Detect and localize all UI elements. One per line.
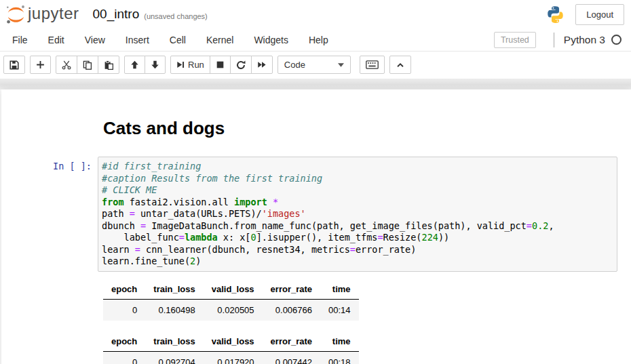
notebook-title[interactable]: 00_intro — [93, 7, 140, 22]
code-line: #caption Results from the first training — [102, 173, 613, 185]
jupyter-logo[interactable]: jupyter — [5, 4, 79, 25]
paste-cell-button[interactable] — [98, 56, 119, 74]
cut-cell-button[interactable] — [56, 56, 77, 74]
interrupt-kernel-icon — [216, 60, 225, 69]
logout-button[interactable]: Logout — [575, 4, 624, 25]
table-header: epoch — [103, 280, 145, 300]
code-editor[interactable]: #id first_training#caption Results from … — [98, 157, 617, 272]
code-line: learn.fine_tune(2) — [102, 256, 613, 268]
menu-item-insert[interactable]: Insert — [115, 30, 159, 50]
kernel-idle-circle-icon — [611, 35, 622, 45]
save-status-text: (unsaved changes) — [144, 9, 208, 20]
cell-output-area: epochtrain_lossvalid_losserror_ratetime0… — [1, 280, 631, 364]
menubar-right: Trusted Python 3 — [494, 32, 622, 48]
code-line: learn = cnn_learner(dbunch, resnet34, me… — [102, 244, 613, 256]
menubar: FileEditViewInsertCellKernelWidgetsHelp … — [0, 28, 631, 52]
output-content: epochtrain_lossvalid_losserror_ratetime0… — [98, 280, 359, 364]
header-shadow-band — [0, 79, 631, 89]
menu-items: FileEditViewInsertCellKernelWidgetsHelp — [2, 30, 339, 50]
code-cell[interactable]: In [ ]: #id first_training#caption Resul… — [1, 157, 631, 272]
menu-item-cell[interactable]: Cell — [159, 30, 196, 50]
move-cell-up-icon — [130, 60, 139, 69]
table-header: time — [320, 332, 359, 352]
table-header: epoch — [103, 332, 145, 352]
markdown-heading: Cats and dogs — [103, 118, 617, 139]
interrupt-kernel-button[interactable] — [210, 56, 231, 74]
python-logo-icon — [546, 5, 565, 24]
table-cell: 0.020505 — [204, 299, 263, 321]
copy-cell-icon — [83, 60, 92, 70]
table-header: valid_loss — [204, 332, 263, 352]
run-cell-button[interactable]: Run — [170, 56, 210, 74]
cut-cell-icon — [62, 60, 71, 70]
table-row: 00.1604980.0205050.00676600:14 — [103, 299, 359, 321]
copy-cell-button[interactable] — [77, 56, 98, 74]
notebook-header: jupyter 00_intro (unsaved changes) Logou… — [0, 0, 631, 28]
menu-item-widgets[interactable]: Widgets — [244, 30, 299, 50]
training-results-table: epochtrain_lossvalid_losserror_ratetime0… — [103, 280, 359, 321]
table-cell: 0.017920 — [204, 351, 263, 364]
code-line: from fastai2.vision.all import * — [102, 197, 613, 209]
table-cell: 00:18 — [320, 351, 359, 364]
add-cell-icon — [36, 60, 45, 69]
input-prompt: In [ ]: — [1, 157, 98, 272]
restart-run-all-button[interactable] — [251, 56, 273, 74]
step-forward-icon — [176, 60, 185, 69]
trusted-button[interactable]: Trusted — [494, 32, 536, 48]
jupyter-logo-text: jupyter — [28, 4, 79, 23]
output-prompt-spacer — [1, 280, 98, 364]
cell-type-select[interactable]: Code — [278, 56, 351, 74]
notebook-container: Cats and dogs In [ ]: #id first_training… — [1, 89, 631, 364]
move-cell-down-button[interactable] — [145, 56, 166, 74]
table-header: error_rate — [263, 280, 320, 300]
code-line: #id first_training — [102, 161, 613, 173]
code-line: # CLICK ME — [102, 184, 613, 197]
code-line: dbunch = ImageDataBunch.from_name_func(p… — [102, 220, 613, 232]
table-header: valid_loss — [204, 280, 263, 300]
table-cell: 0 — [103, 299, 145, 321]
save-button[interactable] — [3, 56, 25, 74]
menu-item-edit[interactable]: Edit — [38, 30, 75, 50]
command-palette-keyboard-icon — [366, 60, 379, 69]
chevron-up-icon — [396, 61, 405, 69]
caret-down-icon — [338, 63, 344, 67]
table-cell: 0 — [103, 351, 145, 364]
table-header: train_loss — [145, 332, 203, 352]
kernel-divider — [554, 33, 554, 47]
toolbar: Run Code — [0, 52, 631, 79]
paste-cell-icon — [104, 60, 113, 70]
restart-kernel-button[interactable] — [230, 56, 252, 74]
jupyter-swirl-icon — [5, 4, 26, 25]
table-cell: 0.007442 — [263, 351, 320, 364]
code-line: label_func=lambda x: x[0].isupper(), ite… — [102, 232, 613, 244]
table-cell: 0.006766 — [263, 299, 320, 321]
move-cell-up-button[interactable] — [124, 56, 145, 74]
move-cell-down-icon — [151, 60, 159, 69]
table-header: error_rate — [263, 332, 320, 352]
run-label: Run — [188, 60, 204, 70]
menu-item-file[interactable]: File — [2, 30, 38, 50]
menu-item-kernel[interactable]: Kernel — [196, 30, 244, 50]
command-palette-button[interactable] — [360, 56, 385, 74]
training-results-table: epochtrain_lossvalid_losserror_ratetime0… — [103, 332, 359, 364]
menu-item-view[interactable]: View — [75, 30, 115, 50]
table-header: train_loss — [145, 280, 203, 300]
kernel-name: Python 3 — [564, 34, 605, 46]
restart-run-all-icon — [257, 60, 267, 69]
table-cell: 00:14 — [320, 299, 359, 321]
table-cell: 0.092704 — [145, 351, 203, 364]
code-line: path = untar_data(URLs.PETS)/'images' — [102, 208, 613, 220]
table-header: time — [320, 280, 359, 300]
cell-type-value: Code — [284, 60, 305, 70]
table-row: 00.0927040.0179200.00744200:18 — [103, 351, 359, 364]
table-cell: 0.160498 — [145, 299, 203, 321]
restart-kernel-icon — [236, 60, 246, 70]
menu-item-help[interactable]: Help — [299, 30, 339, 50]
add-cell-button[interactable] — [30, 56, 51, 74]
save-icon — [9, 60, 19, 70]
collapse-toolbar-button[interactable] — [389, 56, 411, 74]
